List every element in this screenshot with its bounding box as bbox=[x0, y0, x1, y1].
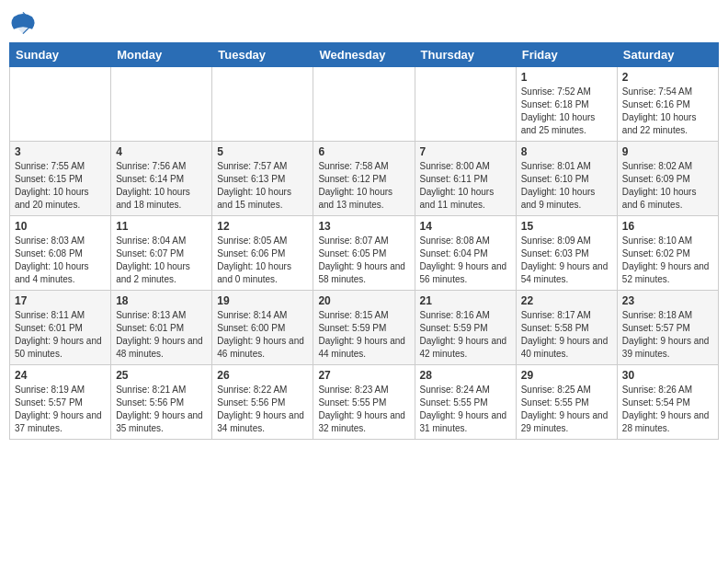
day-info: Sunrise: 8:15 AM Sunset: 5:59 PM Dayligh… bbox=[318, 309, 409, 361]
day-number: 20 bbox=[318, 294, 409, 307]
day-info: Sunrise: 8:19 AM Sunset: 5:57 PM Dayligh… bbox=[15, 384, 106, 435]
day-number: 6 bbox=[318, 145, 409, 158]
day-number: 11 bbox=[116, 220, 207, 233]
day-number: 1 bbox=[521, 71, 612, 84]
day-info: Sunrise: 8:16 AM Sunset: 5:59 PM Dayligh… bbox=[420, 309, 511, 361]
day-info: Sunrise: 8:00 AM Sunset: 6:11 PM Dayligh… bbox=[420, 160, 511, 212]
day-info: Sunrise: 8:11 AM Sunset: 6:01 PM Dayligh… bbox=[15, 309, 106, 361]
day-number: 13 bbox=[318, 220, 409, 233]
day-info: Sunrise: 8:04 AM Sunset: 6:07 PM Dayligh… bbox=[116, 235, 207, 286]
calendar-day-cell: 19Sunrise: 8:14 AM Sunset: 6:00 PM Dayli… bbox=[212, 291, 313, 365]
day-info: Sunrise: 8:13 AM Sunset: 6:01 PM Dayligh… bbox=[116, 309, 207, 361]
day-number: 22 bbox=[521, 294, 612, 307]
day-info: Sunrise: 8:09 AM Sunset: 6:03 PM Dayligh… bbox=[521, 235, 612, 286]
day-info: Sunrise: 8:22 AM Sunset: 5:56 PM Dayligh… bbox=[217, 384, 308, 435]
day-number: 30 bbox=[622, 369, 713, 382]
calendar-day-cell: 16Sunrise: 8:10 AM Sunset: 6:02 PM Dayli… bbox=[617, 216, 718, 291]
calendar-day-cell: 10Sunrise: 8:03 AM Sunset: 6:08 PM Dayli… bbox=[10, 216, 111, 291]
day-number: 16 bbox=[622, 220, 713, 233]
calendar-day-cell: 29Sunrise: 8:25 AM Sunset: 5:55 PM Dayli… bbox=[516, 365, 617, 440]
logo bbox=[9, 9, 40, 37]
day-number: 9 bbox=[622, 145, 713, 158]
day-info: Sunrise: 7:56 AM Sunset: 6:14 PM Dayligh… bbox=[116, 160, 207, 212]
day-number: 10 bbox=[15, 220, 106, 233]
day-number: 8 bbox=[521, 145, 612, 158]
logo-icon bbox=[9, 9, 37, 37]
calendar-day-cell: 30Sunrise: 8:26 AM Sunset: 5:54 PM Dayli… bbox=[617, 365, 718, 440]
calendar-week-row: 10Sunrise: 8:03 AM Sunset: 6:08 PM Dayli… bbox=[10, 216, 719, 291]
day-info: Sunrise: 8:24 AM Sunset: 5:55 PM Dayligh… bbox=[420, 384, 511, 435]
calendar-day-cell: 8Sunrise: 8:01 AM Sunset: 6:10 PM Daylig… bbox=[516, 142, 617, 216]
day-number: 14 bbox=[420, 220, 511, 233]
calendar-day-cell: 27Sunrise: 8:23 AM Sunset: 5:55 PM Dayli… bbox=[313, 365, 415, 440]
weekday-header: Tuesday bbox=[212, 43, 313, 67]
day-number: 2 bbox=[622, 71, 713, 84]
weekday-header: Sunday bbox=[10, 43, 111, 67]
weekday-header: Wednesday bbox=[313, 43, 415, 67]
day-number: 19 bbox=[217, 294, 308, 307]
day-info: Sunrise: 8:01 AM Sunset: 6:10 PM Dayligh… bbox=[521, 160, 612, 212]
calendar-day-cell: 2Sunrise: 7:54 AM Sunset: 6:16 PM Daylig… bbox=[617, 67, 718, 142]
day-info: Sunrise: 8:18 AM Sunset: 5:57 PM Dayligh… bbox=[622, 309, 713, 361]
day-info: Sunrise: 8:26 AM Sunset: 5:54 PM Dayligh… bbox=[622, 384, 713, 435]
calendar-day-cell: 13Sunrise: 8:07 AM Sunset: 6:05 PM Dayli… bbox=[313, 216, 415, 291]
day-info: Sunrise: 7:54 AM Sunset: 6:16 PM Dayligh… bbox=[622, 86, 713, 137]
day-info: Sunrise: 7:55 AM Sunset: 6:15 PM Dayligh… bbox=[15, 160, 106, 212]
calendar-table: SundayMondayTuesdayWednesdayThursdayFrid… bbox=[9, 42, 719, 440]
day-number: 12 bbox=[217, 220, 308, 233]
calendar-week-row: 24Sunrise: 8:19 AM Sunset: 5:57 PM Dayli… bbox=[10, 365, 719, 440]
calendar-day-cell: 25Sunrise: 8:21 AM Sunset: 5:56 PM Dayli… bbox=[111, 365, 212, 440]
day-info: Sunrise: 8:05 AM Sunset: 6:06 PM Dayligh… bbox=[217, 235, 308, 286]
calendar-day-cell: 17Sunrise: 8:11 AM Sunset: 6:01 PM Dayli… bbox=[10, 291, 111, 365]
day-info: Sunrise: 8:10 AM Sunset: 6:02 PM Dayligh… bbox=[622, 235, 713, 286]
day-number: 25 bbox=[116, 369, 207, 382]
day-info: Sunrise: 8:23 AM Sunset: 5:55 PM Dayligh… bbox=[318, 384, 409, 435]
calendar-day-cell: 28Sunrise: 8:24 AM Sunset: 5:55 PM Dayli… bbox=[415, 365, 516, 440]
day-number: 17 bbox=[15, 294, 106, 307]
calendar-week-row: 1Sunrise: 7:52 AM Sunset: 6:18 PM Daylig… bbox=[10, 67, 719, 142]
day-number: 24 bbox=[15, 369, 106, 382]
day-number: 29 bbox=[521, 369, 612, 382]
day-info: Sunrise: 8:02 AM Sunset: 6:09 PM Dayligh… bbox=[622, 160, 713, 212]
weekday-header: Saturday bbox=[617, 43, 718, 67]
calendar-day-cell: 15Sunrise: 8:09 AM Sunset: 6:03 PM Dayli… bbox=[516, 216, 617, 291]
calendar-day-cell: 14Sunrise: 8:08 AM Sunset: 6:04 PM Dayli… bbox=[415, 216, 516, 291]
day-info: Sunrise: 8:21 AM Sunset: 5:56 PM Dayligh… bbox=[116, 384, 207, 435]
calendar-header-row: SundayMondayTuesdayWednesdayThursdayFrid… bbox=[10, 43, 719, 67]
day-info: Sunrise: 8:14 AM Sunset: 6:00 PM Dayligh… bbox=[217, 309, 308, 361]
day-info: Sunrise: 7:52 AM Sunset: 6:18 PM Dayligh… bbox=[521, 86, 612, 137]
day-info: Sunrise: 8:03 AM Sunset: 6:08 PM Dayligh… bbox=[15, 235, 106, 286]
calendar-day-cell: 21Sunrise: 8:16 AM Sunset: 5:59 PM Dayli… bbox=[415, 291, 516, 365]
calendar-week-row: 17Sunrise: 8:11 AM Sunset: 6:01 PM Dayli… bbox=[10, 291, 719, 365]
day-number: 18 bbox=[116, 294, 207, 307]
page-header bbox=[9, 9, 719, 37]
calendar-day-cell: 24Sunrise: 8:19 AM Sunset: 5:57 PM Dayli… bbox=[10, 365, 111, 440]
calendar-day-cell: 18Sunrise: 8:13 AM Sunset: 6:01 PM Dayli… bbox=[111, 291, 212, 365]
calendar-day-cell bbox=[111, 67, 212, 142]
day-info: Sunrise: 8:08 AM Sunset: 6:04 PM Dayligh… bbox=[420, 235, 511, 286]
weekday-header: Monday bbox=[111, 43, 212, 67]
calendar-day-cell: 12Sunrise: 8:05 AM Sunset: 6:06 PM Dayli… bbox=[212, 216, 313, 291]
day-number: 15 bbox=[521, 220, 612, 233]
weekday-header: Friday bbox=[516, 43, 617, 67]
calendar-day-cell: 1Sunrise: 7:52 AM Sunset: 6:18 PM Daylig… bbox=[516, 67, 617, 142]
calendar-day-cell bbox=[212, 67, 313, 142]
day-info: Sunrise: 7:57 AM Sunset: 6:13 PM Dayligh… bbox=[217, 160, 308, 212]
calendar-week-row: 3Sunrise: 7:55 AM Sunset: 6:15 PM Daylig… bbox=[10, 142, 719, 216]
day-number: 26 bbox=[217, 369, 308, 382]
calendar-day-cell bbox=[313, 67, 415, 142]
day-number: 28 bbox=[420, 369, 511, 382]
day-number: 5 bbox=[217, 145, 308, 158]
calendar-day-cell: 22Sunrise: 8:17 AM Sunset: 5:58 PM Dayli… bbox=[516, 291, 617, 365]
day-number: 23 bbox=[622, 294, 713, 307]
day-info: Sunrise: 7:58 AM Sunset: 6:12 PM Dayligh… bbox=[318, 160, 409, 212]
calendar-day-cell: 11Sunrise: 8:04 AM Sunset: 6:07 PM Dayli… bbox=[111, 216, 212, 291]
calendar-day-cell: 7Sunrise: 8:00 AM Sunset: 6:11 PM Daylig… bbox=[415, 142, 516, 216]
day-info: Sunrise: 8:17 AM Sunset: 5:58 PM Dayligh… bbox=[521, 309, 612, 361]
calendar-day-cell bbox=[10, 67, 111, 142]
calendar-day-cell: 26Sunrise: 8:22 AM Sunset: 5:56 PM Dayli… bbox=[212, 365, 313, 440]
day-number: 21 bbox=[420, 294, 511, 307]
calendar-day-cell: 20Sunrise: 8:15 AM Sunset: 5:59 PM Dayli… bbox=[313, 291, 415, 365]
weekday-header: Thursday bbox=[415, 43, 516, 67]
calendar-day-cell: 9Sunrise: 8:02 AM Sunset: 6:09 PM Daylig… bbox=[617, 142, 718, 216]
